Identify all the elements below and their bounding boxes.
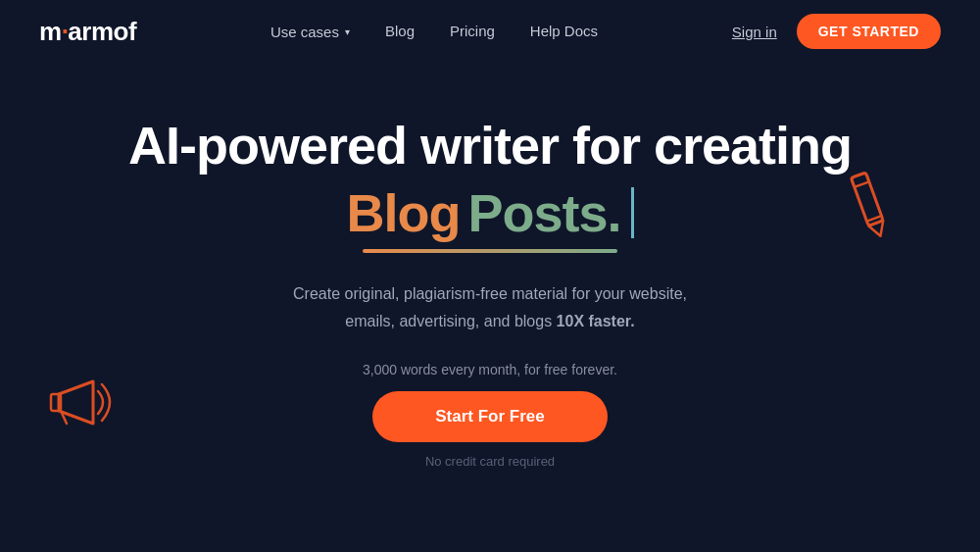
- nav-right: Sign in GET STARTED: [732, 14, 941, 49]
- navbar: m·armof Use cases ▾ Blog Pricing Help Do…: [0, 0, 980, 63]
- pencil-icon: [843, 161, 921, 243]
- nav-item-help-docs[interactable]: Help Docs: [530, 23, 598, 40]
- no-credit-text: No credit card required: [425, 454, 555, 469]
- start-free-button[interactable]: Start For Free: [372, 391, 608, 442]
- subtitle-underline: [363, 249, 617, 253]
- hero-title-line1: AI-powered writer for creating: [128, 117, 852, 175]
- sign-in-link[interactable]: Sign in: [732, 24, 777, 40]
- hero-description-line2: emails, advertising, and blogs: [345, 313, 552, 329]
- logo[interactable]: m·armof: [39, 17, 136, 47]
- hero-description-line1: Create original, plagiarism-free materia…: [293, 285, 687, 302]
- hero-description: Create original, plagiarism-free materia…: [293, 280, 687, 333]
- text-cursor: [631, 187, 634, 238]
- hero-posts-word: Posts.: [467, 182, 620, 243]
- nav-item-pricing[interactable]: Pricing: [450, 23, 495, 40]
- blog-label: Blog: [385, 23, 415, 39]
- free-forever-text: 3,000 words every month, for free foreve…: [363, 362, 617, 377]
- svg-rect-3: [851, 173, 868, 187]
- get-started-button[interactable]: GET STARTED: [797, 14, 941, 49]
- pricing-label: Pricing: [450, 23, 495, 39]
- help-docs-label: Help Docs: [530, 23, 598, 39]
- logo-dot: ·: [62, 17, 69, 46]
- megaphone-icon: [39, 357, 127, 449]
- nav-item-blog[interactable]: Blog: [385, 23, 415, 40]
- nav-links: Use cases ▾ Blog Pricing Help Docs: [270, 23, 598, 40]
- hero-blog-word: Blog: [346, 182, 460, 243]
- use-cases-label: Use cases: [270, 24, 339, 40]
- logo-text: m·armof: [39, 17, 136, 46]
- nav-item-use-cases[interactable]: Use cases ▾: [270, 24, 350, 40]
- hero-description-bold: 10X faster.: [557, 313, 635, 329]
- hero-subtitle-row: Blog Posts.: [346, 182, 633, 243]
- hero-section: AI-powered writer for creating Blog Post…: [0, 63, 980, 469]
- chevron-down-icon: ▾: [345, 26, 350, 37]
